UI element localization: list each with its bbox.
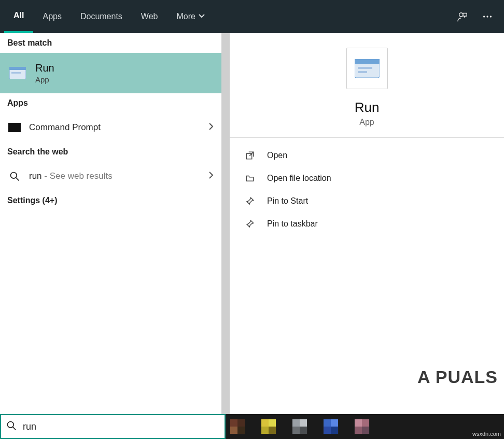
open-icon [245,151,260,160]
tab-documents[interactable]: Documents [71,0,132,33]
tab-apps[interactable]: Apps [33,0,71,33]
pin-icon [245,219,260,229]
chevron-right-icon [208,123,214,132]
taskbar-item[interactable] [230,419,245,434]
tab-more[interactable]: More [167,0,214,33]
svg-rect-10 [358,67,372,69]
taskbar-item[interactable] [261,419,276,434]
search-input[interactable] [23,421,219,432]
result-web-search[interactable]: run - See web results [0,162,221,191]
command-prompt-icon [7,120,22,135]
svg-rect-9 [355,59,380,64]
taskbar-item[interactable] [323,419,339,434]
tab-web[interactable]: Web [132,0,167,33]
filter-tabs: All Apps Documents Web More [4,0,214,33]
more-options-icon[interactable] [475,4,500,29]
search-icon [7,169,22,183]
search-box[interactable] [0,414,226,439]
app-header: Run App [230,33,504,138]
taskbar-item[interactable] [354,419,370,434]
best-match-result[interactable]: Run App [0,53,221,93]
chevron-down-icon [199,12,205,21]
results-panel: Best match Run App Apps Command Prompt [0,33,221,414]
tab-all[interactable]: All [4,0,33,33]
web-query: run [29,171,42,181]
svg-point-2 [486,16,488,17]
action-pin-start-label: Pin to Start [267,196,308,206]
source-credit: wsxdn.com [472,431,501,437]
watermark-text: A PUALS [417,367,498,387]
action-open[interactable]: Open [233,144,501,167]
search-icon [6,420,17,433]
app-name: Run [355,100,380,116]
panel-gap [221,33,230,414]
run-app-icon [7,63,28,83]
result-command-prompt[interactable]: Command Prompt [0,113,221,142]
action-pin-taskbar[interactable]: Pin to taskbar [233,213,501,235]
section-search-web: Search the web [0,142,221,162]
taskbar-item[interactable] [292,419,307,434]
svg-point-0 [459,13,463,17]
taskbar: wsxdn.com [0,414,504,439]
app-large-icon [346,48,388,89]
action-open-file-location[interactable]: Open file location [233,167,501,190]
result-command-prompt-label: Command Prompt [29,122,101,133]
pin-icon [245,196,260,206]
app-kind: App [359,118,374,127]
svg-point-3 [490,16,492,17]
svg-rect-11 [358,71,367,73]
action-open-file-location-label: Open file location [267,174,331,183]
web-suffix: - See web results [42,171,113,181]
best-match-kind: App [35,75,54,84]
svg-point-7 [11,173,17,179]
action-open-label: Open [267,151,287,160]
chevron-right-icon [208,172,214,181]
svg-rect-6 [11,72,21,74]
section-apps: Apps [0,93,221,113]
feedback-icon[interactable] [450,4,475,29]
svg-rect-5 [9,67,26,70]
action-pin-taskbar-label: Pin to taskbar [267,219,318,229]
actions-list: Open Open file location Pin to Start [230,138,504,242]
taskbar-icons [226,414,504,439]
search-results-body: Best match Run App Apps Command Prompt [0,33,504,414]
folder-icon [245,174,260,183]
section-best-match: Best match [0,33,221,53]
result-web-search-label: run - See web results [29,171,113,181]
tab-more-label: More [176,12,195,21]
section-settings: Settings (4+) [0,191,221,210]
svg-point-1 [483,16,485,17]
topbar: All Apps Documents Web More [0,0,504,33]
watermark-logo: A PUALS [417,367,498,387]
best-match-titles: Run App [35,62,54,84]
details-pane: Run App Open Open file location [230,33,504,414]
action-pin-start[interactable]: Pin to Start [233,190,501,213]
svg-point-13 [8,422,14,428]
best-match-title: Run [35,62,54,74]
